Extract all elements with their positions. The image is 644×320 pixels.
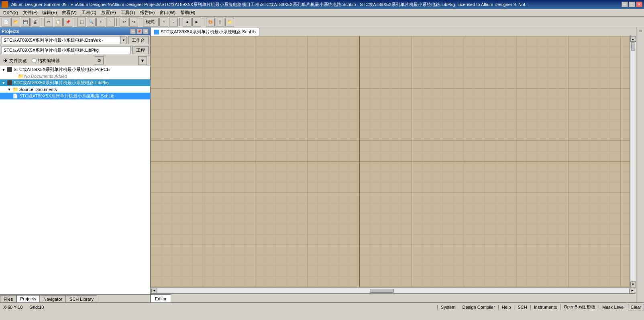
close-button[interactable]: ✕ — [636, 2, 642, 7]
canvas-area[interactable]: ▲ ▼ — [151, 36, 636, 287]
window-controls: ─ □ ✕ — [622, 2, 642, 7]
menu-tools[interactable]: 工具(T) — [118, 9, 138, 16]
clear-button[interactable]: Clear — [628, 304, 644, 310]
toolbar-mode-plus[interactable]: + — [159, 18, 168, 26]
folder-icon-source: 📁 — [12, 87, 18, 92]
menu-place[interactable]: 放置(P) — [99, 9, 118, 16]
status-openbus[interactable]: OpenBus图形板 — [560, 304, 599, 310]
toolbar-new[interactable]: 📄 — [2, 18, 10, 26]
status-help[interactable]: Help — [498, 305, 514, 310]
canvas-vline — [359, 36, 360, 287]
status-design-compiler[interactable]: Design Compiler — [459, 305, 498, 310]
tab-schlib-icon — [154, 30, 159, 34]
menu-project[interactable]: 工程(C) — [79, 9, 99, 16]
editor-tab-label: STC或AT89X5X系列单片机最小系统电路.SchLib — [161, 29, 256, 35]
radio-struct-label: 结构编辑器 — [38, 58, 60, 64]
project-icon-libpkg: ⬛ — [6, 80, 13, 86]
status-instruments[interactable]: Instruments — [530, 305, 560, 310]
tab-projects[interactable]: Projects — [16, 295, 40, 302]
panel-settings-btn[interactable]: ⚙ — [95, 56, 104, 65]
menu-window[interactable]: 窗口(W) — [157, 9, 178, 16]
toolbar-color[interactable]: 🎨 — [206, 18, 215, 26]
toolbar-mode[interactable]: 模式· — [143, 18, 159, 26]
panel-close-btn[interactable]: ✕ — [143, 28, 149, 34]
panel-title: Projects — [2, 29, 19, 34]
editor-tab-editor[interactable]: Editor — [151, 294, 171, 302]
radio-file-browse[interactable]: 文件浏览 — [3, 58, 27, 64]
panel-minimize-btn[interactable]: ─ — [130, 28, 136, 34]
expander-source-docs[interactable]: ▼ — [6, 87, 12, 92]
toolbar-zoom-out[interactable]: − — [106, 18, 115, 26]
tree-item-prjpcb[interactable]: ▼ ⬛ STC或AT89X5X系列单片机最小系统电路.PrjPCB — [0, 66, 150, 73]
project-tree[interactable]: ▼ ⬛ STC或AT89X5X系列单片机最小系统电路.PrjPCB 📁 No D… — [0, 66, 150, 294]
toolbar-cut[interactable]: ✂ — [44, 18, 53, 26]
editor-tab-schlib[interactable]: STC或AT89X5X系列单片机最小系统电路.SchLib — [151, 28, 259, 36]
vscroll-up-btn[interactable]: ▲ — [630, 36, 636, 42]
toolbar-mode-minus[interactable]: - — [169, 18, 178, 26]
vscroll-down-btn[interactable]: ▼ — [630, 282, 636, 287]
radio-file-label: 文件浏览 — [9, 58, 27, 64]
tree-item-no-docs: 📁 No Documents Added — [0, 73, 150, 79]
toolbar-zoom-in[interactable]: + — [96, 18, 105, 26]
tree-item-libpkg[interactable]: ▼ ⬛ STC或AT89X5X系列单片机最小系统电路.LibPkg — [0, 79, 150, 86]
vertical-scrollbar[interactable]: ▲ ▼ — [630, 36, 636, 287]
tab-sch-library[interactable]: SCH Library — [66, 295, 97, 302]
menu-help[interactable]: 帮助(H) — [178, 9, 198, 16]
tree-label-prjpcb: STC或AT89X5X系列单片机最小系统电路.PrjPCB — [14, 67, 149, 73]
toolbar: 📄 📂 💾 🖨 ✂ 📋 📌 ⬚ 🔍 + − ↩ ↪ 模式· + - ◄ ► 🎨 … — [0, 17, 644, 27]
panel-dropdown-row-1: STC或AT89X5X系列单片机最小系统电路.DsnWrk · ▼ 工作台 — [0, 35, 150, 45]
horizontal-scrollbar[interactable]: ◄ ► — [151, 287, 636, 294]
hscroll-left-btn[interactable]: ◄ — [151, 288, 157, 294]
toolbar-print-prev[interactable]: 🖨 — [31, 18, 39, 26]
workspace-dropdown-arrow[interactable]: ▼ — [121, 36, 126, 44]
projects-panel: Projects ─ 📌 ✕ STC或AT89X5X系列单片机最小系统电路.Ds… — [0, 27, 151, 302]
hscroll-thumb[interactable] — [370, 289, 394, 293]
expander-prjpcb[interactable]: ▼ — [1, 67, 6, 73]
toolbar-sep-3 — [116, 18, 118, 26]
panel-dropdown-row-2: STC或AT89X5X系列单片机最小系统电路.LibPkg 工程 — [0, 45, 150, 55]
toolbar-select[interactable]: ⬚ — [77, 18, 86, 26]
tree-item-source-docs[interactable]: ▼ 📁 Source Documents — [0, 86, 150, 93]
tree-item-schlib[interactable]: 📄 STC或AT89X5X系列单片机最小系统电路.SchLib — [0, 93, 150, 99]
project-button[interactable]: 工程 — [132, 46, 149, 54]
minimize-button[interactable]: ─ — [622, 2, 628, 7]
toolbar-left-arrow[interactable]: ◄ — [183, 18, 192, 26]
menu-dxp[interactable]: DXP(X) — [1, 10, 20, 16]
panel-more-btn[interactable]: ▼ — [138, 56, 147, 65]
toolbar-grid[interactable]: :: — [216, 18, 224, 26]
menu-report[interactable]: 报告(E) — [138, 9, 157, 16]
menu-edit[interactable]: 编辑(E) — [40, 9, 59, 16]
hscroll-right-btn[interactable]: ► — [630, 288, 635, 294]
toolbar-right-arrow[interactable]: ► — [192, 18, 201, 26]
toolbar-undo[interactable]: ↩ — [120, 18, 128, 26]
app-icon — [2, 1, 8, 8]
panel-pin-btn[interactable]: 📌 — [137, 28, 142, 34]
vscroll-thumb[interactable] — [631, 43, 635, 51]
tab-navigator[interactable]: Navigator — [40, 295, 66, 302]
menu-view[interactable]: 察看(V) — [59, 9, 79, 16]
status-system[interactable]: System — [437, 305, 459, 310]
panel-titlebar: Projects ─ 📌 ✕ — [0, 27, 150, 35]
expander-libpkg[interactable]: ▼ — [1, 80, 6, 86]
toolbar-open[interactable]: 📂 — [11, 18, 20, 26]
tree-label-schlib: STC或AT89X5X系列单片机最小系统电路.SchLib — [19, 93, 149, 99]
maximize-button[interactable]: □ — [629, 2, 635, 7]
toolbar-sep-5 — [179, 18, 181, 26]
workspace-dropdown[interactable]: STC或AT89X5X系列单片机最小系统电路.DsnWrk · — [2, 36, 121, 44]
tab-files[interactable]: Files — [0, 295, 16, 302]
toolbar-copy[interactable]: 📋 — [54, 18, 63, 26]
toolbar-paste[interactable]: 📌 — [63, 18, 72, 26]
toolbar-folder[interactable]: 📁 — [225, 18, 234, 26]
radio-file-circle — [3, 58, 8, 63]
panel-tabs: Files Projects Navigator SCH Library — [0, 294, 150, 302]
radio-struct-editor[interactable]: 结构编辑器 — [32, 58, 60, 64]
tree-label-no-docs: No Documents Added — [24, 74, 149, 79]
toolbar-redo[interactable]: ↪ — [129, 18, 138, 26]
status-sch[interactable]: SCH — [514, 305, 530, 310]
toolbar-filter[interactable]: 🔍 — [87, 18, 96, 26]
menu-file[interactable]: 文件(F) — [20, 9, 40, 16]
workbench-button[interactable]: 工作台 — [128, 36, 149, 44]
toolbar-save[interactable]: 💾 — [21, 18, 30, 26]
title-bar: Altium Designer Summer 09 - E:\Altium De… — [0, 0, 644, 9]
panel-radio-row: 文件浏览 结构编辑器 ⚙ ▼ — [0, 55, 150, 66]
